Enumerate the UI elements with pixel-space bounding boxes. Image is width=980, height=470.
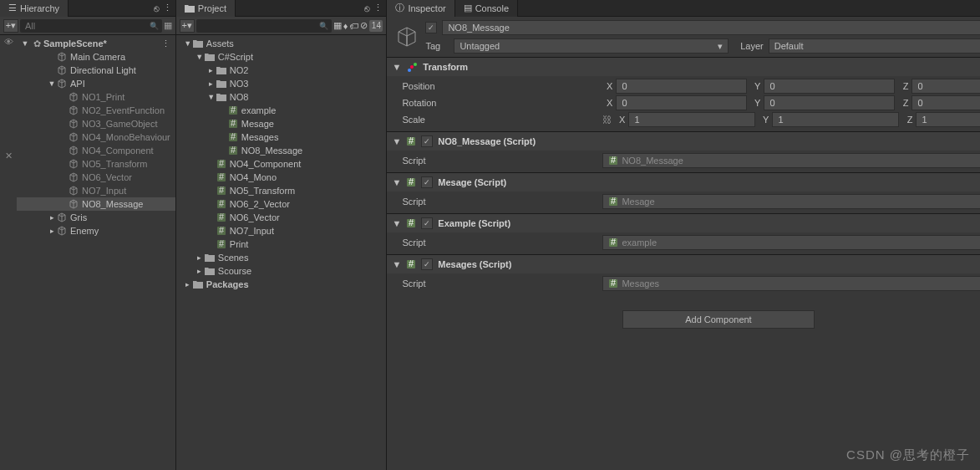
project-item[interactable]: ▼Assets — [176, 37, 387, 50]
project-item[interactable]: #example — [176, 104, 387, 117]
project-item[interactable]: ▸Scourse — [176, 264, 387, 278]
project-item[interactable]: #NO6_Vector — [176, 211, 387, 224]
hierarchy-tab[interactable]: ☰ Hierarchy — [0, 0, 69, 17]
hierarchy-item[interactable]: NO2_EventFunction — [17, 104, 175, 117]
rotation-y-input[interactable] — [764, 95, 895, 110]
component-enabled-checkbox[interactable]: ✓ — [421, 258, 433, 270]
project-item[interactable]: ▼C#Script — [176, 50, 387, 64]
project-item[interactable]: ▸Scenes — [176, 251, 387, 264]
menu-icon[interactable]: ⋮ — [373, 3, 383, 13]
hierarchy-item[interactable]: ▸Enemy — [17, 224, 175, 238]
cs-icon: # — [216, 212, 230, 222]
position-y-input[interactable] — [764, 79, 895, 94]
scale-x-input[interactable] — [628, 112, 755, 127]
collapse-arrow-icon: ▼ — [392, 177, 401, 187]
script-field[interactable]: # Mesages ⊙ — [602, 276, 980, 291]
hierarchy-item[interactable]: NO1_Print — [17, 90, 175, 104]
component-header[interactable]: ▼ # ✓ NO8_Message (Script) ? ⇄ ⋮ — [387, 132, 980, 151]
project-item[interactable]: #NO4_Mono — [176, 171, 387, 184]
layer-dropdown[interactable]: Default▾ — [769, 38, 980, 54]
project-item[interactable]: #NO8_Message — [176, 144, 387, 157]
script-label: Script — [402, 278, 602, 289]
project-item[interactable]: #Mesages — [176, 130, 387, 144]
hierarchy-item[interactable]: NO4_Component — [17, 144, 175, 157]
script-icon: # — [406, 136, 416, 146]
gameobject-icon[interactable] — [394, 23, 420, 50]
project-title: Project — [198, 3, 226, 13]
transform-icon — [406, 61, 418, 73]
create-button[interactable]: +▾ — [3, 19, 18, 33]
project-item[interactable]: #NO5_Transform — [176, 184, 387, 197]
scale-z-input[interactable] — [916, 112, 980, 127]
project-item[interactable]: #NO6_2_Vector — [176, 197, 387, 211]
hierarchy-item[interactable]: NO6_Vector — [17, 171, 175, 184]
script-field[interactable]: # example ⊙ — [602, 235, 980, 250]
position-x-input[interactable] — [616, 79, 747, 94]
link-icon[interactable]: ⛓ — [602, 115, 612, 125]
hierarchy-item[interactable]: NO5_Transform — [17, 157, 175, 171]
project-tab[interactable]: Project — [176, 0, 236, 17]
script-field[interactable]: # Mesage ⊙ — [602, 194, 980, 209]
add-component-button[interactable]: Add Component — [622, 310, 815, 329]
console-tab[interactable]: ▤ Console — [455, 0, 518, 17]
folder-icon — [216, 79, 230, 88]
svg-text:#: # — [231, 119, 236, 128]
script-icon: # — [608, 238, 618, 248]
component-header[interactable]: ▼ # ✓ Example (Script) ? ⇄ ⋮ — [387, 214, 980, 232]
scene-menu-icon[interactable]: ⋮ — [161, 38, 170, 49]
lock-icon[interactable]: ⎋ — [154, 3, 160, 13]
rotation-z-input[interactable] — [911, 95, 980, 110]
component-enabled-checkbox[interactable]: ✓ — [421, 217, 433, 229]
search-scope-icon[interactable]: ▦ — [164, 20, 172, 31]
project-item[interactable]: ▸NO2 — [176, 64, 387, 77]
scene-row[interactable]: ▼ ✿ SampleScene* ⋮ — [17, 37, 175, 50]
project-item[interactable]: #NO4_Component — [176, 157, 387, 171]
hierarchy-item[interactable]: ▸Gris — [17, 211, 175, 224]
cube-icon — [69, 159, 82, 169]
component-enabled-checkbox[interactable]: ✓ — [421, 176, 433, 188]
project-item[interactable]: ▼NO8 — [176, 90, 387, 104]
folder-icon — [205, 253, 218, 262]
hierarchy-search-input[interactable] — [20, 19, 162, 33]
lock-icon[interactable]: ⎋ — [364, 3, 370, 13]
component-enabled-checkbox[interactable]: ✓ — [421, 135, 433, 147]
project-item[interactable]: ▸NO3 — [176, 77, 387, 90]
cs-icon: # — [228, 119, 241, 129]
project-item[interactable]: #Print — [176, 238, 387, 251]
hierarchy-title: Hierarchy — [20, 3, 59, 13]
folder-icon — [185, 4, 195, 13]
create-button[interactable]: +▾ — [180, 19, 195, 33]
hierarchy-item[interactable]: NO3_GameObject — [17, 117, 175, 130]
project-item[interactable]: ▸Packages — [176, 278, 387, 291]
hidden-icon[interactable]: ⊘ — [360, 20, 368, 31]
filter-icon-2[interactable]: ♦ — [343, 21, 348, 31]
gutter-pick-icon[interactable]: ✕ — [5, 151, 13, 161]
hierarchy-item[interactable]: NO7_Input — [17, 184, 175, 197]
folder-icon — [216, 93, 230, 101]
script-field[interactable]: # NO8_Message ⊙ — [602, 153, 980, 168]
menu-icon[interactable]: ⋮ — [163, 3, 172, 13]
project-search-input[interactable] — [196, 19, 332, 33]
filter-icon[interactable]: ▦ — [333, 20, 342, 31]
component-header[interactable]: ▼ # ✓ Mesage (Script) ? ⇄ ⋮ — [387, 173, 980, 192]
hierarchy-item[interactable]: Directional Light — [17, 64, 175, 77]
tag-label: Tag — [425, 41, 449, 51]
folder-icon — [193, 280, 206, 289]
rotation-x-input[interactable] — [616, 95, 747, 110]
tag-filter-icon[interactable]: 🏷 — [349, 21, 358, 31]
transform-header[interactable]: ▼ Transform ? ⇄ ⋮ — [387, 58, 980, 76]
hierarchy-item[interactable]: NO8_Message — [17, 197, 175, 211]
gutter-visibility-icon[interactable]: 👁 — [4, 37, 13, 47]
tag-dropdown[interactable]: Untagged▾ — [454, 38, 729, 54]
hierarchy-item[interactable]: NO4_MonoBehaviour — [17, 130, 175, 144]
gameobject-name-input[interactable] — [442, 20, 980, 35]
inspector-tab[interactable]: ⓘ Inspector — [387, 0, 454, 17]
hierarchy-item[interactable]: Main Camera — [17, 50, 175, 64]
active-checkbox[interactable]: ✓ — [425, 22, 437, 33]
project-item[interactable]: #NO7_Input — [176, 224, 387, 238]
position-z-input[interactable] — [911, 79, 980, 94]
hierarchy-item[interactable]: ▼API — [17, 77, 175, 90]
project-item[interactable]: #Mesage — [176, 117, 387, 130]
scale-y-input[interactable] — [772, 112, 899, 127]
component-header[interactable]: ▼ # ✓ Mesages (Script) ? ⇄ ⋮ — [387, 255, 980, 273]
